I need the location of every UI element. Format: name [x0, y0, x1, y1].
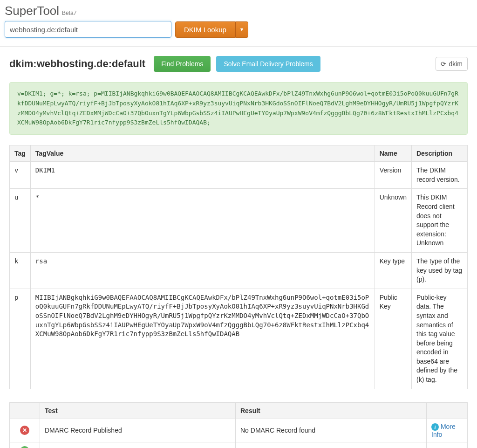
th-test: Test	[40, 402, 236, 419]
table-row: k rsa Key type The type of the key used …	[10, 252, 468, 289]
th-tag: Tag	[10, 145, 31, 162]
table-row: DNS Record Published DNS Record found	[10, 442, 468, 448]
cell-desc: The DKIM record version.	[412, 162, 468, 189]
cell-action: i More Info	[427, 419, 468, 442]
cell-name: Version	[375, 162, 411, 189]
dkim-lookup-button[interactable]: DKIM Lookup	[175, 21, 235, 38]
table-row: DMARC Record Published No DMARC Record f…	[10, 419, 468, 442]
table-row: p MIIBIjANBgkqhkiG9w0BAQEFAAOCAQ8AMIIBCg…	[10, 289, 468, 389]
table-row: u * Unknown This DKIM Record client does…	[10, 189, 468, 253]
tests-table: Test Result DMARC Record Published No DM…	[9, 402, 468, 448]
brand-title: SuperTool	[5, 4, 59, 18]
cell-value: MIIBIjANBgkqhkiG9w0BAQEFAAOCAQ8AMIIBCgKC…	[30, 289, 375, 389]
cell-name: Unknown	[375, 189, 411, 253]
cell-value: DKIM1	[30, 162, 375, 189]
cell-desc: The type of the key used by tag (p).	[412, 252, 468, 289]
cell-desc: This DKIM Record client does not support…	[412, 189, 468, 253]
th-name: Name	[375, 145, 411, 162]
th-description: Description	[412, 145, 468, 162]
find-problems-button[interactable]: Find Problems	[154, 56, 211, 72]
cell-tag: u	[10, 189, 31, 253]
cell-name: Key type	[375, 252, 411, 289]
status-fail-icon	[20, 426, 29, 435]
th-actions	[427, 402, 468, 419]
table-row: v DKIM1 Version The DKIM record version.	[10, 162, 468, 189]
cell-test: DMARC Record Published	[40, 419, 236, 442]
brand-beta: Beta7	[62, 10, 76, 16]
cell-result: No DMARC Record found	[236, 419, 427, 442]
cell-tag: v	[10, 162, 31, 189]
cell-tag: p	[10, 289, 31, 389]
th-status	[10, 402, 40, 419]
cell-action	[427, 442, 468, 448]
caret-down-icon: ▾	[240, 26, 243, 33]
page-title: dkim:webhosting.de:default	[9, 58, 145, 70]
status-pass-icon	[20, 446, 29, 448]
cell-test: DNS Record Published	[40, 442, 236, 448]
cell-desc: Public-key data. The syntax and semantic…	[412, 289, 468, 389]
solve-problems-button[interactable]: Solve Email Delivery Problems	[216, 56, 320, 72]
refresh-icon: ⟳	[441, 60, 446, 68]
cell-value: *	[30, 189, 375, 253]
lookup-dropdown-caret[interactable]: ▾	[235, 21, 248, 38]
info-icon: i	[431, 423, 439, 431]
th-result: Result	[236, 402, 427, 419]
search-input[interactable]	[5, 21, 171, 38]
dkim-record-raw: v=DKIM1; g=*; k=rsa; p=MIIBIjANBgkqhkiG9…	[9, 82, 468, 135]
cell-value: rsa	[30, 252, 375, 289]
cell-tag: k	[10, 252, 31, 289]
cell-name: Public Key	[375, 289, 411, 389]
cell-result: DNS Record found	[236, 442, 427, 448]
th-tagvalue: TagValue	[30, 145, 375, 162]
refresh-label: dkim	[449, 60, 463, 68]
refresh-button[interactable]: ⟳ dkim	[436, 57, 468, 71]
tags-table: Tag TagValue Name Description v DKIM1 Ve…	[9, 145, 468, 389]
